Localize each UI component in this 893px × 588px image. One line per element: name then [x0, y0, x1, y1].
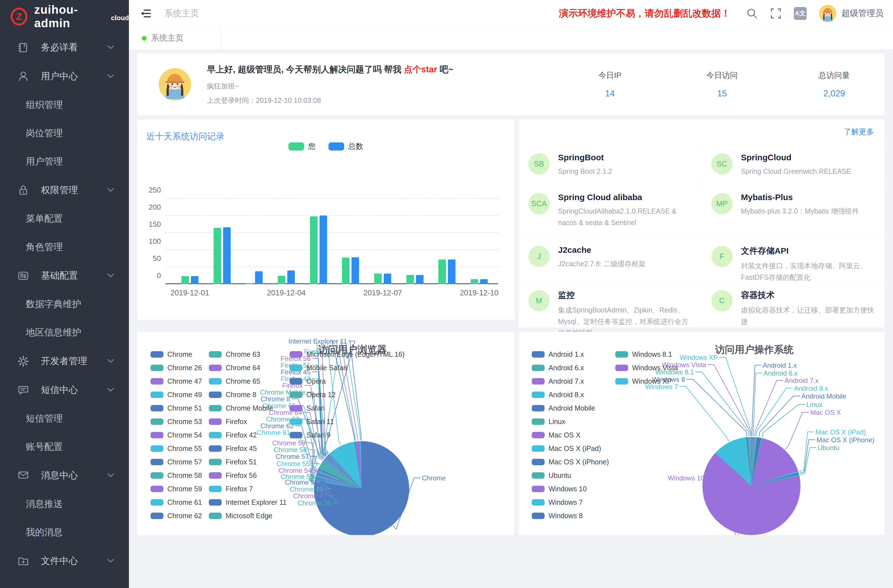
sidebar-group-5[interactable]: 短信中心	[0, 376, 129, 405]
legend-item[interactable]: Chrome 63	[209, 350, 260, 358]
legend-item[interactable]: Windows 10	[532, 485, 587, 493]
legend-item[interactable]: Chrome 57	[150, 458, 202, 466]
sidebar-group-2[interactable]: 权限管理	[0, 176, 129, 205]
legend-item[interactable]: Android Mobile	[532, 404, 595, 412]
legend-item[interactable]: Firefox 42	[209, 431, 257, 439]
legend-item[interactable]: Android 1.x	[532, 350, 584, 358]
bar-groups: 2019-12-012019-12-042019-12-072019-12-10	[174, 199, 495, 284]
legend-item[interactable]: Android 6.x	[532, 364, 584, 372]
legend-item[interactable]: Internet Explorer 11	[209, 498, 287, 507]
sidebar-group-6[interactable]: 消息中心	[0, 461, 129, 490]
legend-item[interactable]: Mac OS X	[532, 431, 580, 439]
sidebar-item[interactable]: 账号配置	[0, 433, 129, 461]
app-logo[interactable]: Z zuihou-admin cloud	[0, 0, 129, 33]
legend-item[interactable]: Linux	[532, 418, 565, 426]
legend-swatch	[532, 459, 544, 465]
legend-swatch	[150, 472, 164, 479]
search-icon[interactable]	[746, 8, 758, 20]
legend-item[interactable]: Ubuntu	[532, 471, 571, 480]
sidebar-group-1[interactable]: 用户中心	[0, 62, 129, 91]
gear-icon	[17, 355, 29, 367]
legend-swatch	[532, 351, 544, 358]
legend-item[interactable]: Chrome 49	[150, 391, 202, 399]
legend-item[interactable]: Chrome Mobile	[209, 404, 273, 412]
legend-item[interactable]: Firefox 56	[209, 471, 257, 480]
legend-item[interactable]: Windows XP	[615, 377, 672, 385]
legend-item[interactable]: Windows Vista	[615, 364, 678, 372]
legend-item[interactable]: Mobile Safari	[290, 364, 347, 372]
breadcrumb[interactable]: 系统主页	[164, 8, 199, 20]
legend-item[interactable]: Chrome 62	[150, 512, 202, 520]
star-link[interactable]: 点个star	[404, 65, 437, 74]
legend-item[interactable]: Windows 8.1	[615, 350, 672, 358]
legend-item[interactable]: Opera	[290, 377, 326, 385]
bar-您	[213, 228, 221, 284]
legend-item[interactable]: Firefox 7	[209, 485, 253, 493]
folder-icon	[17, 555, 29, 567]
legend-item[interactable]: Chrome 65	[209, 377, 260, 385]
legend-item[interactable]: Android 7.x	[532, 377, 584, 385]
tab-system-home[interactable]: 系统主页	[129, 27, 221, 49]
sidebar-item[interactable]: 角色管理	[0, 233, 129, 261]
legend-item[interactable]: Chrome 8	[209, 391, 257, 399]
legend-item[interactable]: Chrome 55	[150, 445, 202, 453]
legend-item-您[interactable]: 您	[289, 141, 316, 151]
sidebar-group-3[interactable]: 基础配置	[0, 261, 129, 290]
legend-item[interactable]: Microsoft Edge	[209, 512, 272, 520]
legend-item[interactable]: Chrome 47	[150, 377, 202, 385]
legend-item[interactable]: Chrome 61	[150, 498, 202, 507]
legend-item[interactable]: Chrome 58	[150, 471, 202, 480]
sidebar-item[interactable]: 组织管理	[0, 91, 129, 119]
legend-item[interactable]: Safari 9	[290, 431, 331, 439]
sidebar-group-7[interactable]: 文件中心	[0, 546, 129, 575]
demo-warning-text: 演示环境维护不易，请勿乱删乱改数据！	[559, 7, 731, 20]
language-switch-icon[interactable]: A文	[794, 7, 807, 20]
legend-item[interactable]: Safari 11	[290, 418, 334, 426]
legend-item[interactable]: Chrome 51	[150, 404, 202, 412]
pie-callout-label: Windows XP	[680, 354, 718, 362]
sidebar-item[interactable]: 我的消息	[0, 518, 129, 546]
menu-fold-icon[interactable]	[141, 9, 151, 18]
legend-label: Chrome 51	[167, 404, 202, 412]
legend-swatch	[209, 391, 222, 398]
legend-item-总数[interactable]: 总数	[329, 141, 363, 151]
legend-item[interactable]: Chrome 26	[150, 364, 202, 372]
stat-value: 2,029	[809, 89, 859, 99]
legend-item[interactable]: Firefox 51	[209, 458, 257, 466]
sidebar-item[interactable]: 菜单配置	[0, 205, 129, 233]
last-login-value: 2019-12-10 10:03:08	[256, 96, 321, 104]
fullscreen-icon[interactable]	[770, 8, 782, 19]
app-root: Z zuihou-admin cloud 务必详看用户中心组织管理岗位管理用户管…	[0, 0, 893, 588]
legend-item[interactable]: Chrome	[150, 350, 192, 358]
sidebar-item[interactable]: 用户管理	[0, 147, 129, 176]
legend-label: Android Mobile	[549, 404, 595, 412]
bar-总数	[320, 215, 327, 284]
sidebar-item[interactable]: 短信管理	[0, 405, 129, 433]
legend-item[interactable]: Safari	[290, 404, 325, 412]
sidebar-item[interactable]: 数据字典维护	[0, 290, 129, 318]
legend-item[interactable]: Chrome 53	[150, 418, 202, 426]
legend-item[interactable]: Mac OS X (iPad)	[532, 445, 601, 453]
legend-item[interactable]: Windows 8	[532, 512, 583, 520]
greeting-text: 早上好, 超级管理员, 今天帮别人解决问题了吗 帮我	[207, 65, 404, 74]
sidebar-item[interactable]: 岗位管理	[0, 119, 129, 147]
legend-item[interactable]: Android 8.x	[532, 391, 584, 399]
legend-item[interactable]: Opera 12	[290, 391, 335, 399]
legend-item[interactable]: Chrome 54	[150, 431, 202, 439]
legend-item[interactable]: Firefox 45	[209, 445, 257, 453]
learn-more-link[interactable]: 了解更多	[844, 127, 874, 137]
legend-item[interactable]: Mac OS X (iPhone)	[532, 458, 609, 466]
sidebar-item[interactable]: 地区信息维护	[0, 318, 129, 347]
legend-item[interactable]: Firefox	[209, 418, 247, 426]
sidebar-group-0[interactable]: 务必详看	[0, 33, 129, 62]
legend-item[interactable]: Chrome 64	[209, 364, 260, 372]
legend-item[interactable]: Chrome 59	[150, 485, 202, 493]
pie-callout-label: Android 7.x	[785, 377, 818, 385]
sidebar-item[interactable]: 消息推送	[0, 490, 129, 518]
user-avatar[interactable]	[819, 5, 836, 22]
bar-group	[245, 199, 263, 284]
legend-swatch	[615, 351, 628, 358]
current-user-name[interactable]: 超级管理员	[842, 8, 884, 19]
sidebar-group-4[interactable]: 开发者管理	[0, 347, 129, 376]
legend-item[interactable]: Windows 7	[532, 498, 583, 507]
